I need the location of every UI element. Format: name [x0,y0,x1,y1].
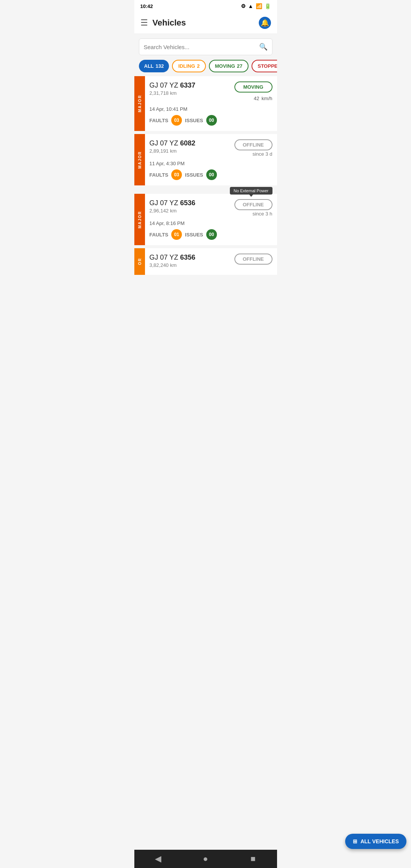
status-bar: 10:42 ⚙ ▲ 📶 🔋 [134,0,277,12]
filter-tab-moving[interactable]: MOVING 27 [209,60,249,72]
card-body: GJ 07 YZ 6356 3,82,240 km OFFLINE [145,248,277,275]
tab-moving-label: MOVING [215,63,235,69]
search-input[interactable] [144,44,259,50]
card-footer: FAULTS 01 ISSUES 00 [150,229,272,240]
issues-count: 00 [206,115,217,126]
card-severity-label: MAJOR [134,134,145,185]
card-top: GJ 07 YZ 6082 2,89,191 km OFFLINE since … [150,139,272,157]
filter-tab-idling[interactable]: IDLING 2 [172,60,206,72]
card-severity-label: MAJOR [134,194,145,245]
filter-tab-all[interactable]: ALL 132 [139,60,169,72]
vehicle-card[interactable]: OR GJ 07 YZ 6356 3,82,240 km OFFLINE [134,248,277,275]
faults-label: FAULTS [150,232,169,238]
card-body: GJ 07 YZ 6337 2,31,718 km MOVING 42 km/h… [145,76,277,131]
tooltip-no-external-power: No External Power [230,187,272,195]
card-top: GJ 07 YZ 6536 2,96,142 km OFFLINE since … [150,199,272,217]
faults-count: 01 [171,229,182,240]
signal-icon: 📶 [256,3,262,9]
faults-count: 03 [171,115,182,126]
battery-icon: 🔋 [264,3,271,9]
bell-icon: 🔔 [261,19,269,27]
vehicle-id: GJ 07 YZ 6536 [150,199,196,207]
vehicle-id: GJ 07 YZ 6356 [150,254,196,262]
faults-count: 03 [171,169,182,180]
card-footer: FAULTS 03 ISSUES 00 [150,169,272,180]
vehicle-km: 2,31,718 km [150,90,196,96]
tab-all-label: ALL [144,63,154,69]
tab-idle-label: IDLING [178,63,195,69]
since-text: since 3 d [234,151,272,157]
faults-label: FAULTS [150,118,169,123]
header-left: ☰ Vehicles [140,18,186,28]
tab-moving-count: 27 [237,63,242,69]
menu-icon[interactable]: ☰ [140,18,148,28]
card-footer: FAULTS 03 ISSUES 00 [150,115,272,126]
status-badge: MOVING [234,81,272,93]
issues-label: ISSUES [185,232,203,238]
issues-count: 00 [206,229,217,240]
search-bar: 🔍 [139,38,272,55]
filter-tabs: ALL 132 IDLING 2 MOVING 27 STOPPED 4 [134,60,277,76]
tab-idle-count: 2 [197,63,200,69]
faults-label: FAULTS [150,172,169,178]
vehicle-card[interactable]: MAJOR GJ 07 YZ 6337 2,31,718 km MOVING 4… [134,76,277,131]
card-date: 14 Apr, 10:41 PM [150,106,272,112]
vehicle-list: MAJOR GJ 07 YZ 6337 2,31,718 km MOVING 4… [134,76,277,308]
filter-tab-stopped[interactable]: STOPPED 4 [252,60,277,72]
tab-all-count: 132 [156,63,164,69]
vehicle-km: 3,82,240 km [150,262,196,268]
issues-label: ISSUES [185,172,203,178]
vehicle-km: 2,96,142 km [150,208,196,214]
vehicle-card[interactable]: MAJOR GJ 07 YZ 6082 2,89,191 km OFFLINE … [134,134,277,185]
tab-stopped-label: STOPPED [258,63,277,69]
card-top: GJ 07 YZ 6337 2,31,718 km MOVING 42 km/h [150,81,272,102]
settings-icon: ⚙ [241,3,246,9]
card-body: GJ 07 YZ 6082 2,89,191 km OFFLINE since … [145,134,277,185]
since-text: since 3 h [234,211,272,217]
page-title: Vehicles [153,18,186,28]
vehicle-card[interactable]: No External Power MAJOR GJ 07 YZ 6536 2,… [134,194,277,245]
card-severity-label: OR [134,248,145,275]
card-body: GJ 07 YZ 6536 2,96,142 km OFFLINE since … [145,194,277,245]
status-time: 10:42 [140,3,153,9]
status-icons: ⚙ ▲ 📶 🔋 [241,3,271,9]
notification-button[interactable]: 🔔 [259,17,271,29]
issues-count: 00 [206,169,217,180]
status-badge: OFFLINE [234,139,272,150]
header: ☰ Vehicles 🔔 [134,12,277,34]
card-severity-label: MAJOR [134,76,145,131]
card-date: 11 Apr, 4:30 PM [150,161,272,166]
speed-display: 42 km/h [234,93,272,102]
card-date: 14 Apr, 8:16 PM [150,220,272,226]
issues-label: ISSUES [185,118,203,123]
vehicle-id: GJ 07 YZ 6337 [150,81,196,89]
wifi-icon: ▲ [248,3,253,9]
vehicle-id: GJ 07 YZ 6082 [150,139,196,147]
search-button[interactable]: 🔍 [259,43,268,51]
status-badge: OFFLINE [234,199,272,210]
status-badge: OFFLINE [234,254,272,265]
vehicle-km: 2,89,191 km [150,148,196,154]
card-top: GJ 07 YZ 6356 3,82,240 km OFFLINE [150,254,272,268]
